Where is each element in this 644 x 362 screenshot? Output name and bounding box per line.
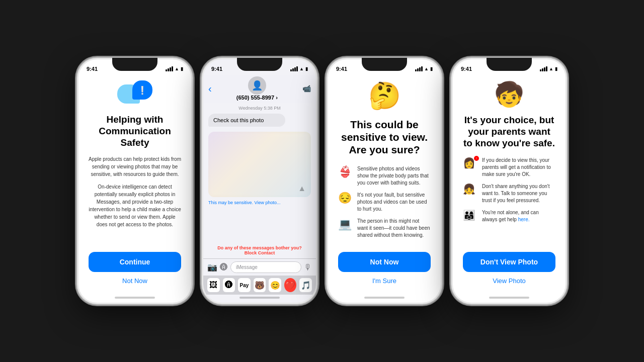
home-indicator-3 [364,297,405,299]
warning-items: 👙 Sensitive photos and videos show the p… [338,165,431,239]
not-now-button-1[interactable]: Not Now [122,277,147,285]
blurred-photo [208,132,311,197]
phone1-screen: 9:41 ▲ ▮ ❕ Helping with Com [78,59,191,303]
contact-info: 👤 (650) 555-8997 › [236,76,278,101]
warning-item-3: 💻 The person in this might not want it s… [338,218,431,239]
facetime-button[interactable]: 📹 [302,84,311,93]
signal-icon-1 [166,66,173,71]
home-indicator-1 [115,297,155,299]
im-sure-button[interactable]: I'm Sure [372,277,396,285]
phones-container: 9:41 ▲ ▮ ❕ Helping with Com [77,58,567,304]
battery-icon-3: ▮ [430,66,433,71]
sad-face-icon: 😔 [338,192,353,205]
phone-messages: 9:41 ▲ ▮ ‹ 👤 (650) 555- [202,58,317,304]
status-icons-3: ▲ ▮ [415,66,433,71]
phone1-desc2: On-device intelligence can detect potent… [89,183,181,228]
messages-area: Wednesday 5:38 PM Check out this photo T… [203,103,316,242]
continue-button[interactable]: Continue [89,252,181,272]
wifi-icon-3: ▲ [424,66,429,71]
warning-footer: Not Now I'm Sure [338,252,431,285]
message-bubble: Check out this photo [208,114,285,127]
parents-title: It's your choice, but your parents want … [463,115,555,149]
child-emoji: 🧒 [494,80,524,109]
phone2-screen: 9:41 ▲ ▮ ‹ 👤 (650) 555- [203,59,316,303]
wifi-icon-1: ▲ [175,66,179,71]
signal-icon-2 [290,66,298,71]
time-3: 9:41 [336,66,347,72]
phone4-screen: 9:41 ▲ ▮ 🧒 It's your choice, but your pa… [453,59,566,303]
messages-warning: Do any of these messages bother you? Blo… [203,242,316,258]
sensitive-notice: This may be sensitive. View photo... [208,200,311,205]
animoji-icon[interactable]: 🐻 [254,278,266,292]
parents-item-1: 👩 ! If you decide to view this, your par… [463,157,555,178]
status-icons-1: ▲ ▮ [166,66,183,71]
parents-item-2: 👧 Don't share anything you don't want to… [463,183,555,204]
thinking-emoji: 🤔 [368,80,401,111]
family-icon: 👨‍👩‍👧 [463,209,478,221]
home-indicator-2 [239,297,280,299]
parents-item-3: 👨‍👩‍👧 You're not alone, and can always g… [463,209,555,223]
notification-badge: ! [474,156,479,161]
phone-parents: 9:41 ▲ ▮ 🧒 It's your choice, but your pa… [451,58,567,304]
warning-text-2: It's not your fault, but sensitive photo… [357,192,431,213]
warning-text-1: Sensitive photos and videos show the pri… [357,165,431,187]
apps-bar-icon[interactable]: 🅐 [223,278,235,292]
mic-icon[interactable]: 🎙 [304,263,312,272]
pay-icon[interactable]: Pay [238,278,251,292]
messages-nav: ‹ 👤 (650) 555-8997 › 📹 [203,75,316,103]
photos-icon[interactable]: 🖼 [207,278,220,292]
status-bar-1: 9:41 ▲ ▮ [78,59,191,75]
warning-text-3: The person in this might not want it see… [357,218,431,239]
contact-avatar: 👤 [248,76,266,95]
emoji-icon[interactable]: 😊 [269,278,281,292]
message-date: Wednesday 5:38 PM [208,106,311,111]
phone1-content: ❕ Helping with Communication Safety Appl… [78,75,191,295]
signal-icon-3 [415,66,423,71]
contact-name: (650) 555-8997 › [236,95,278,101]
message-input[interactable]: iMessage [230,261,301,273]
phone-communication-safety: 9:41 ▲ ▮ ❕ Helping with Com [77,58,193,304]
wifi-icon-2: ▲ [299,66,304,71]
apps-icon[interactable]: 🅐 [220,263,228,272]
girl-icon: 👧 [463,183,478,195]
mom-icon: 👩 ! [463,157,478,169]
help-link[interactable]: here. [518,217,530,222]
parents-footer: Don't View Photo View Photo [463,252,555,285]
memoji-icon[interactable]: ❤️ [284,278,297,292]
signal-icon-4 [540,66,547,71]
emoji-bar: 🖼 🅐 Pay 🐻 😊 ❤️ 🎵 [203,276,316,295]
not-now-button-3[interactable]: Not Now [338,252,431,272]
parents-items: 👩 ! If you decide to view this, your par… [463,157,555,223]
camera-icon[interactable]: 📷 [207,262,217,272]
dont-view-button[interactable]: Don't View Photo [463,252,555,272]
phone1-desc1: Apple products can help protect kids fro… [89,155,181,178]
home-indicator-4 [489,297,529,299]
bubble-right: ❕ [132,80,152,100]
view-photo-link[interactable]: View photo... [255,200,281,205]
battery-icon-2: ▮ [305,66,308,71]
communication-icon: ❕ [117,80,152,108]
status-icons-2: ▲ ▮ [290,66,308,71]
status-bar-2: 9:41 ▲ ▮ [203,59,316,75]
laptop-icon: 💻 [338,218,353,231]
warning-item-2: 😔 It's not your fault, but sensitive pho… [338,192,431,213]
view-photo-button[interactable]: View Photo [493,277,526,285]
status-bar-4: 9:41 ▲ ▮ [453,59,566,75]
block-contact-link[interactable]: Block Contact [245,250,275,255]
phone1-title: Helping with Communication Safety [89,114,181,148]
back-button[interactable]: ‹ [208,83,212,95]
parents-text-1: If you decide to view this, your parents… [482,157,555,178]
music-icon[interactable]: 🎵 [299,278,312,292]
bathing-suit-icon: 👙 [338,165,353,178]
wifi-icon-4: ▲ [549,66,553,71]
status-bar-3: 9:41 ▲ ▮ [328,59,441,75]
parents-text-2: Don't share anything you don't want to. … [482,183,555,204]
phone3-screen: 9:41 ▲ ▮ 🤔 This could be sensitive to vi… [328,59,441,303]
warning-content: 🤔 This could be sensitive to view. Are y… [328,75,441,295]
status-icons-4: ▲ ▮ [540,66,557,71]
time-1: 9:41 [87,66,98,72]
phone1-footer: Continue Not Now [89,252,181,285]
warning-item-1: 👙 Sensitive photos and videos show the p… [338,165,431,187]
parents-content: 🧒 It's your choice, but your parents wan… [453,75,566,295]
battery-icon-1: ▮ [181,66,183,71]
